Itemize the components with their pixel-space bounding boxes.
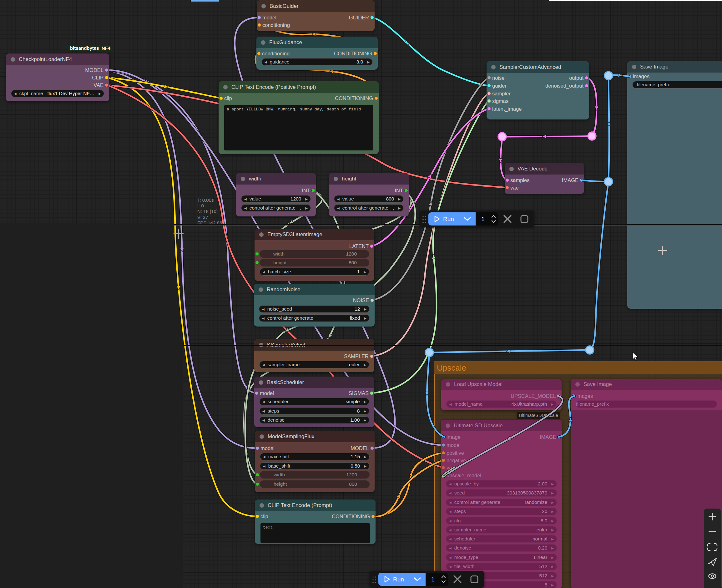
svg-text:1: 1 [481, 216, 485, 223]
svg-text:Run: Run [443, 216, 454, 223]
svg-text:1: 1 [431, 576, 434, 583]
svg-text:Run: Run [393, 576, 404, 583]
